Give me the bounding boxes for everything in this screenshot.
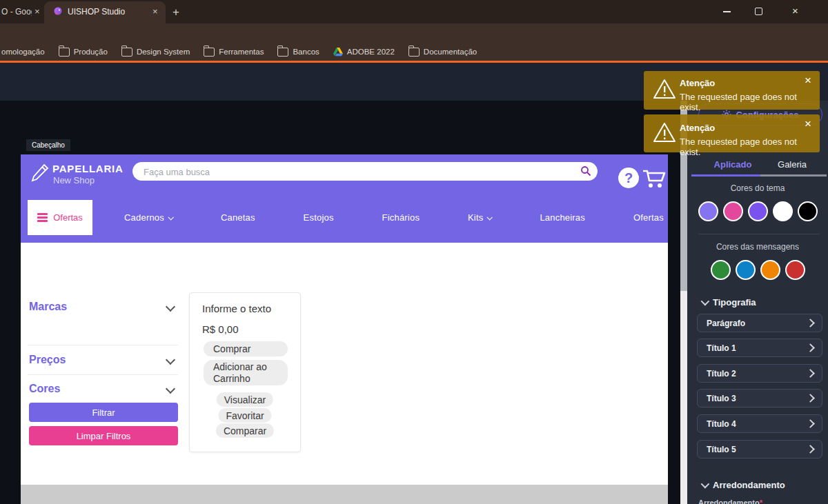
nav-item-cadernos[interactable]: Cadernos [124,212,172,223]
typography-item-titulo3[interactable]: Título 3 [697,389,822,407]
color-swatch[interactable] [760,260,780,280]
bookmark-bancos[interactable]: Bancos [277,48,319,57]
filter-group-label: Cores [29,383,60,395]
brand-name[interactable]: PAPELLARIA [52,163,124,174]
browser-toolbar: com.br/#/loja-leiaute/update/235 ☆ fi N … [0,23,828,43]
chevron-right-icon [806,394,815,403]
rounding-label: Arredondamento [713,480,785,490]
search-bar [132,162,598,181]
active-tab-underline [691,174,760,177]
color-swatch[interactable] [748,201,768,221]
filter-clear-button[interactable]: Limpar Filtros [29,426,178,445]
chevron-right-icon [806,343,815,352]
warning-triangle-icon [653,79,676,100]
bookmark-homologacao[interactable]: omologação [1,48,45,56]
add-to-cart-button[interactable]: Adicionar ao Carrinho [204,360,288,385]
chevron-right-icon [806,445,815,454]
color-swatch[interactable] [711,260,731,280]
section-tag[interactable]: Cabeçalho [26,139,70,151]
chevron-down-icon [168,214,173,220]
tab-inactive-title[interactable]: O - Googl [1,7,32,17]
window-restore-button[interactable] [755,8,762,15]
tab-active-title: UISHOP Studio [68,7,125,17]
bookmark-adobe[interactable]: ADOBE 2022 [333,48,395,57]
compare-link[interactable]: Comparar [216,423,274,438]
folder-icon [59,48,70,57]
panel-divider [698,234,820,234]
rounding-section-header[interactable]: Arredondamento [701,480,785,490]
filter-group-cores[interactable]: Cores [29,383,174,395]
hamburger-icon [37,212,48,224]
tab2-close-icon[interactable]: × [152,7,158,16]
filter-group-marcas[interactable]: Marcas [29,301,174,313]
folder-icon [121,48,132,57]
search-icon[interactable] [580,165,591,179]
bookmark-producao[interactable]: Produção [59,48,108,57]
view-link[interactable]: Visualizar [217,392,273,407]
chevron-right-icon [806,369,815,378]
color-swatch[interactable] [698,201,718,221]
bookmark-ferramentas[interactable]: Ferramentas [204,48,264,57]
help-button[interactable]: ? [618,168,639,188]
nav-item-estojos[interactable]: Estojos [304,212,334,223]
rounding-field-label: Arredondamento* [698,498,762,504]
window-close-button[interactable]: × [792,5,798,17]
inactive-tab-underline [760,174,827,177]
filter-group-label: Preços [29,354,66,366]
store-header: PAPELLARIA New Shop ? Ofertas [21,154,668,243]
window-minimize-button[interactable] [723,11,731,12]
filter-group-precos[interactable]: Preços [29,354,174,366]
bookmark-label: Produção [74,48,108,56]
filter-apply-button[interactable]: Filtrar [29,403,178,422]
item-label: Título 1 [707,343,736,353]
nav-label: Fichários [382,212,420,223]
nav-item-ofertas[interactable]: Ofertas [633,212,664,223]
product-card[interactable]: Informe o texto R$ 0,00 Comprar Adiciona… [189,292,301,452]
uishop-favicon-icon [52,6,63,17]
typography-item-titulo1[interactable]: Título 1 [697,339,822,357]
toast-close-icon[interactable]: × [805,117,811,131]
nav-label: Canetas [221,212,255,223]
typography-item-paragrafo[interactable]: Parágrafo [697,314,822,332]
typography-section-header[interactable]: Tipografia [701,297,756,308]
bookmark-design-system[interactable]: Design System [121,48,190,57]
typography-item-titulo5[interactable]: Título 5 [697,440,822,458]
chevron-right-icon [806,319,815,327]
nav-label: Lancheiras [540,212,585,223]
panel-tab-gallery[interactable]: Galeria [765,159,820,170]
search-input[interactable] [142,162,559,182]
typography-label: Tipografia [713,297,756,308]
chevron-down-icon [701,297,710,306]
color-swatch[interactable] [723,201,743,221]
nav-label: Ofertas [53,212,83,223]
cart-icon[interactable] [642,168,667,193]
bookmark-label: Documentação [424,48,477,56]
color-swatch[interactable] [798,201,818,221]
bookmark-documentacao[interactable]: Documentação [408,48,477,57]
nav-item-active-ofertas[interactable]: Ofertas [28,200,92,235]
favorite-link[interactable]: Favoritar [218,408,271,423]
item-label: Título 5 [707,445,736,454]
nav-item-canetas[interactable]: Canetas [221,212,255,223]
nav-item-kits[interactable]: Kits [468,212,491,223]
nav-label: Cadernos [124,212,164,223]
nav-item-lancheiras[interactable]: Lancheiras [540,212,585,223]
color-swatch[interactable] [736,260,756,280]
chevron-down-icon [166,302,175,312]
brand-tagline: New Shop [53,175,95,185]
new-tab-button[interactable]: + [172,6,179,19]
nav-item-ficharios[interactable]: Fichários [382,212,420,223]
tab1-close-icon[interactable]: × [34,7,40,16]
color-swatch[interactable] [773,201,793,221]
color-swatch[interactable] [785,260,805,280]
typography-item-titulo4[interactable]: Título 4 [697,414,822,433]
panel-tab-applied[interactable]: Aplicado [705,159,760,170]
typography-item-titulo2[interactable]: Título 2 [697,364,822,383]
buy-button[interactable]: Comprar [204,341,288,356]
toast-message: The requested page does not exist. [680,92,820,112]
item-label: Título 4 [707,419,736,429]
product-price: R$ 0,00 [202,323,239,335]
toast-close-icon[interactable]: × [805,74,811,88]
item-label: Título 2 [707,369,736,379]
warning-triangle-icon [653,122,676,143]
